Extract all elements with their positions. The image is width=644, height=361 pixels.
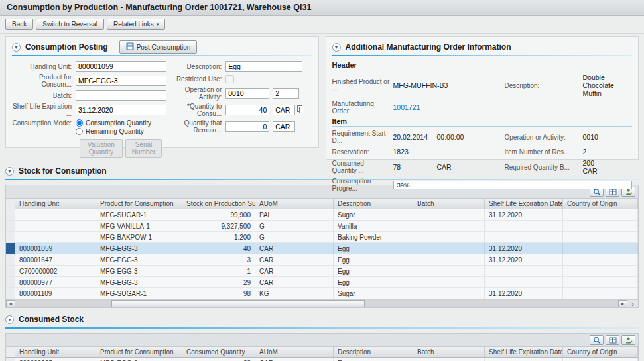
stock-section-title: Stock for Consumption <box>19 166 107 176</box>
column-header[interactable]: AUoM <box>255 199 334 209</box>
column-header[interactable]: Handling Unit <box>15 199 96 209</box>
valuation-quantity-label: Valuation Quantity <box>86 141 116 156</box>
required-quantity-uom: CAR <box>583 167 598 175</box>
manufacturing-order-label: Manufacturing Order: <box>332 100 393 115</box>
collapse-consumed-section-icon[interactable]: ▼ <box>5 315 14 324</box>
table-row[interactable]: C700000002 MFG-EGG-3 1 CAR Egg <box>6 266 638 277</box>
cell-handling-unit: 800000977 <box>15 277 96 287</box>
consumption-quantity-option-label: Consumption Quantity <box>86 119 151 127</box>
required-quantity-label: Required Quantity B... <box>505 164 583 171</box>
search-icon[interactable] <box>590 335 604 345</box>
cell-batch <box>413 254 485 265</box>
column-header[interactable]: AUoM <box>255 347 334 357</box>
additional-info-title: Additional Manufacturing Order Informati… <box>346 42 511 52</box>
table-row[interactable]: 800001647 MFG-EGG-3 3 CAR Egg 31.12.2020 <box>6 254 638 266</box>
column-header[interactable]: Description <box>334 347 413 357</box>
scroll-left-icon[interactable]: ◄ <box>6 300 15 307</box>
column-header[interactable]: Handling Unit <box>15 347 96 357</box>
row-selector[interactable] <box>6 232 15 242</box>
copy-icon[interactable] <box>297 105 304 115</box>
stock-table: Handling Unit Product for Consumption St… <box>5 198 639 308</box>
restricted-use-checkbox[interactable] <box>225 75 234 83</box>
quantity-to-consume-uom-input[interactable] <box>273 105 295 115</box>
table-row[interactable]: 800001109 MFG-SUGAR-1 98 KG Sugar 31.12.… <box>6 288 638 299</box>
quantity-remaining-uom-input[interactable] <box>273 121 295 132</box>
related-links-button[interactable]: Related Links▾ <box>107 19 165 30</box>
cell-description: Egg <box>334 266 413 276</box>
cell-quantity: 9,327,500 <box>182 221 255 231</box>
collapse-stock-section-icon[interactable]: ▼ <box>5 167 14 176</box>
column-header[interactable]: Country of Origin <box>563 199 638 209</box>
table-row-selected[interactable]: 800001059 MFG-EGG-3 40 CAR Egg 31.12.202… <box>6 243 638 254</box>
column-header[interactable]: Batch <box>413 199 485 209</box>
handling-unit-label: Handling Unit: <box>12 63 76 70</box>
table-row[interactable]: MFG-VANILLA-1 9,327,500 G Vanilla <box>6 221 638 232</box>
selection-column-header <box>6 347 15 357</box>
row-selector[interactable] <box>6 254 15 265</box>
scrollbar-track[interactable] <box>15 300 618 307</box>
row-selector[interactable] <box>6 221 15 231</box>
table-row[interactable]: MFG-SUGAR-1 99,900 PAL Sugar 31.12.2020 <box>6 209 638 221</box>
cell-batch <box>413 232 485 242</box>
batch-input[interactable] <box>76 90 166 101</box>
export-icon[interactable] <box>606 335 619 345</box>
operation-item-input[interactable] <box>273 88 299 99</box>
switch-to-reversal-button[interactable]: Switch to Reversal <box>36 19 104 30</box>
back-button[interactable]: Back <box>5 19 33 30</box>
collapse-additional-info-icon[interactable]: ▼ <box>332 43 341 52</box>
column-header[interactable]: Description <box>334 199 413 209</box>
row-selector[interactable] <box>6 277 15 287</box>
scrollbar-thumb[interactable] <box>111 300 365 307</box>
table-row[interactable]: 800000977 MFG-EGG-3 29 CAR Egg <box>6 277 638 288</box>
cell-batch <box>413 358 485 361</box>
cell-uom: CAR <box>255 358 334 361</box>
cell-shelf-life <box>485 232 563 242</box>
column-header[interactable]: Batch <box>413 347 485 357</box>
posting-form-right: Description: Restricted Use: Operation o… <box>162 61 312 158</box>
quantity-to-consume-input[interactable] <box>225 105 269 115</box>
row-selector[interactable] <box>6 209 15 220</box>
cell-quantity: 98 <box>182 288 255 299</box>
column-header[interactable]: Shelf Life Expiration Date <box>485 347 563 357</box>
column-header[interactable]: Product for Consumption <box>96 199 182 209</box>
table-row[interactable]: MFG-BAKPOW-1 1.200 G Baking Powder <box>6 232 638 243</box>
remaining-quantity-radio[interactable] <box>76 128 83 135</box>
manufacturing-order-link[interactable]: 1001721 <box>393 103 505 111</box>
column-header[interactable]: Country of Origin <box>563 347 638 357</box>
stock-table-header-row: Handling Unit Product for Consumption St… <box>6 199 638 209</box>
description-input[interactable] <box>225 61 302 72</box>
cell-handling-unit: 800001109 <box>15 288 96 299</box>
serial-number-button[interactable]: Serial Number <box>125 139 162 158</box>
quantity-remaining-input[interactable] <box>225 121 269 132</box>
column-header[interactable]: Stock on Production Supply... <box>182 199 255 209</box>
shelf-life-input[interactable] <box>76 105 166 115</box>
cell-handling-unit <box>15 232 96 242</box>
column-header[interactable]: Shelf Life Expiration Date <box>485 199 563 209</box>
serial-number-label: Serial Number <box>132 141 156 156</box>
cell-shelf-life: 31.12.2020 <box>485 209 563 220</box>
collapse-consumption-posting-icon[interactable]: ▼ <box>12 43 21 52</box>
remaining-quantity-option[interactable]: Remaining Quantity <box>76 128 151 135</box>
product-for-consumption-input[interactable] <box>76 76 166 86</box>
row-selector[interactable] <box>6 358 15 361</box>
item-number-label: Item Number of Res... <box>505 148 583 156</box>
column-header[interactable]: Product for Consumption <box>96 347 182 357</box>
column-header[interactable]: Consumed Quantity <box>182 347 255 357</box>
handling-unit-input[interactable] <box>76 61 166 72</box>
back-button-label: Back <box>12 21 27 28</box>
post-consumption-button[interactable]: Post Consumption <box>119 40 198 54</box>
table-row[interactable]: 800000985 MFG-EGG-3 28 CAR Egg <box>6 358 638 361</box>
operation-or-activity-label: Operation or Activity: <box>162 86 225 101</box>
row-selector[interactable] <box>6 288 15 299</box>
row-selector[interactable] <box>6 243 15 254</box>
chevron-right-icon[interactable]: › <box>627 300 638 307</box>
scroll-right-icon[interactable]: ► <box>618 300 627 307</box>
consumption-quantity-radio[interactable] <box>76 119 83 127</box>
operation-input[interactable] <box>225 88 269 99</box>
cell-handling-unit <box>15 221 96 231</box>
stock-horizontal-scrollbar[interactable]: ◄ ► › <box>6 299 638 307</box>
valuation-quantity-button[interactable]: Valuation Quantity <box>80 139 123 158</box>
personalize-icon[interactable] <box>621 335 635 345</box>
consumption-quantity-option[interactable]: Consumption Quantity <box>76 119 151 127</box>
row-selector[interactable] <box>6 266 15 276</box>
